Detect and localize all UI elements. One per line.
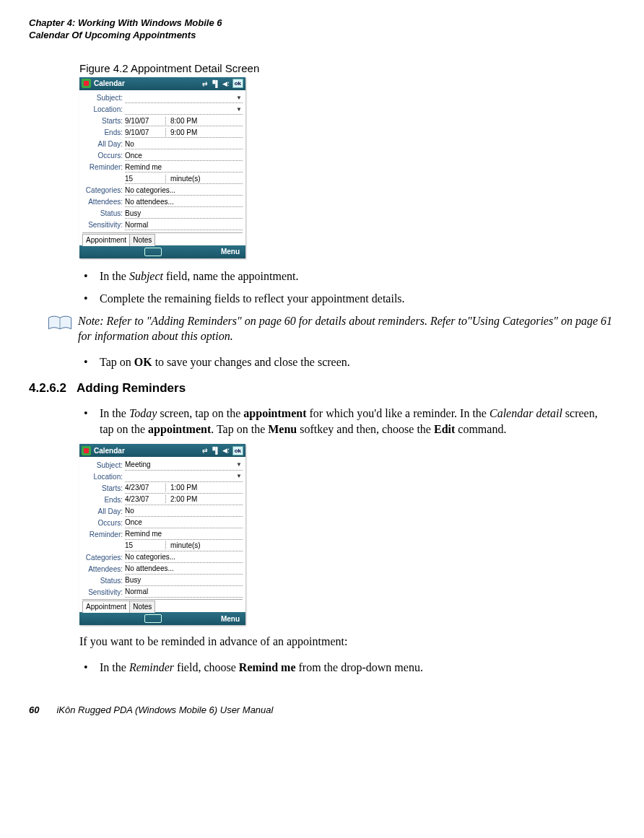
volume-icon[interactable]: ◀؛ bbox=[222, 80, 230, 87]
occurs-label: Occurs: bbox=[82, 152, 125, 160]
heading-adding-reminders: 4.2.6.2Adding Reminders bbox=[29, 381, 615, 396]
sensitivity-input[interactable]: Normal bbox=[125, 587, 243, 598]
bullet-open-appointment: In the Today screen, tap on the appointm… bbox=[79, 406, 608, 437]
tab-notes[interactable]: Notes bbox=[129, 601, 155, 613]
body-text-3: In the Today screen, tap on the appointm… bbox=[79, 406, 608, 437]
keyboard-icon[interactable] bbox=[144, 248, 162, 256]
status-icons: ⇄ ▝▌ ◀؛ bbox=[202, 80, 229, 87]
categories-row: Categories:No categories... bbox=[82, 185, 243, 196]
ok-button[interactable]: ok bbox=[232, 446, 243, 455]
softkey-right[interactable]: Menu bbox=[221, 248, 240, 256]
categories-input[interactable]: No categories... bbox=[125, 552, 243, 563]
softkey-right[interactable]: Menu bbox=[221, 615, 240, 623]
body-text-2: Tap on OK to save your changes and close… bbox=[79, 354, 608, 370]
location-input[interactable]: ▼ bbox=[125, 471, 243, 482]
occurs-row: Occurs:Once bbox=[82, 150, 243, 162]
figure-caption: Figure 4.2 Appointment Detail Screen bbox=[79, 62, 615, 74]
status-row: Status:Busy bbox=[82, 575, 243, 586]
allday-input[interactable]: No bbox=[125, 506, 243, 517]
signal-icon[interactable]: ▝▌ bbox=[210, 80, 219, 87]
categories-row: Categories:No categories... bbox=[82, 551, 243, 563]
device-screenshot-2: Calendar ⇄ ▝▌ ◀؛ ok Subject:Meeting▼ Loc… bbox=[79, 444, 245, 625]
sensitivity-row: Sensitivity:Normal bbox=[82, 219, 243, 231]
subject-input[interactable]: ▼ bbox=[125, 92, 243, 103]
running-header: Chapter 4: Working With Windows Mobile 6… bbox=[29, 17, 615, 42]
allday-input[interactable]: No bbox=[125, 139, 243, 149]
status-label: Status: bbox=[82, 209, 125, 217]
tab-notes[interactable]: Notes bbox=[129, 234, 155, 246]
tab-appointment[interactable]: Appointment bbox=[82, 234, 130, 246]
start-flag-icon[interactable] bbox=[82, 446, 91, 455]
starts-row: Starts:9/10/078:00 PM bbox=[82, 115, 243, 127]
starts-input[interactable]: 9/10/078:00 PM bbox=[125, 115, 243, 126]
dropdown-arrow-icon[interactable]: ▼ bbox=[236, 461, 243, 468]
sensitivity-label: Sensitivity: bbox=[82, 221, 125, 229]
chapter-title: Chapter 4: Working With Windows Mobile 6 bbox=[29, 17, 615, 30]
status-label: Status: bbox=[82, 577, 125, 585]
ends-input[interactable]: 4/23/072:00 PM bbox=[125, 494, 243, 505]
tab-appointment[interactable]: Appointment bbox=[82, 601, 130, 613]
categories-label: Categories: bbox=[82, 554, 125, 562]
ok-button[interactable]: ok bbox=[232, 79, 243, 88]
titlebar: Calendar ⇄ ▝▌ ◀؛ ok bbox=[79, 77, 245, 90]
ends-input[interactable]: 9/10/079:00 PM bbox=[125, 127, 243, 138]
start-flag-icon[interactable] bbox=[82, 79, 91, 88]
reminder-input[interactable]: Remind me bbox=[125, 529, 243, 540]
reminder-label: Reminder: bbox=[82, 531, 125, 538]
paragraph-advance-reminder: If you want to be reminded in advance of… bbox=[79, 634, 615, 650]
subject-input[interactable]: Meeting▼ bbox=[125, 460, 243, 471]
signal-icon[interactable]: ▝▌ bbox=[210, 447, 219, 454]
sensitivity-label: Sensitivity: bbox=[82, 588, 125, 596]
note-block: Note: Refer to "Adding Reminders" on pag… bbox=[48, 314, 615, 344]
occurs-input[interactable]: Once bbox=[125, 150, 243, 161]
allday-row: All Day:No bbox=[82, 505, 243, 517]
subject-row: Subject:Meeting▼ bbox=[82, 459, 243, 471]
titlebar: Calendar ⇄ ▝▌ ◀؛ ok bbox=[79, 444, 245, 457]
occurs-row: Occurs:Once bbox=[82, 517, 243, 528]
manual-title: iKôn Rugged PDA (Windows Mobile 6) User … bbox=[56, 704, 273, 715]
status-input[interactable]: Busy bbox=[125, 208, 243, 219]
ends-label: Ends: bbox=[82, 496, 125, 504]
titlebar-title: Calendar bbox=[94, 79, 199, 87]
connectivity-icon[interactable]: ⇄ bbox=[202, 80, 208, 87]
location-row: Location:▼ bbox=[82, 471, 243, 482]
reminder-row: Reminder:Remind me bbox=[82, 528, 243, 540]
dropdown-arrow-icon[interactable]: ▼ bbox=[236, 106, 243, 113]
reminder-input[interactable]: Remind me bbox=[125, 162, 243, 173]
attendees-input[interactable]: No attendees... bbox=[125, 564, 243, 575]
subject-row: Subject:▼ bbox=[82, 92, 243, 104]
location-input[interactable]: ▼ bbox=[125, 104, 243, 115]
categories-input[interactable]: No categories... bbox=[125, 185, 243, 196]
status-input[interactable]: Busy bbox=[125, 575, 243, 586]
dropdown-arrow-icon[interactable]: ▼ bbox=[236, 473, 243, 479]
titlebar-title: Calendar bbox=[94, 447, 199, 455]
status-icons: ⇄ ▝▌ ◀؛ bbox=[202, 447, 229, 454]
allday-label: All Day: bbox=[82, 507, 125, 515]
body-text-4: In the Reminder field, choose Remind me … bbox=[79, 660, 608, 676]
starts-label: Starts: bbox=[82, 484, 125, 492]
starts-label: Starts: bbox=[82, 117, 125, 125]
location-label: Location: bbox=[82, 105, 125, 113]
subject-label: Subject: bbox=[82, 94, 125, 102]
starts-input[interactable]: 4/23/071:00 PM bbox=[125, 483, 243, 494]
ends-label: Ends: bbox=[82, 128, 125, 136]
reminder-qty-input[interactable]: 15minute(s) bbox=[125, 173, 243, 184]
connectivity-icon[interactable]: ⇄ bbox=[202, 447, 208, 454]
ends-row: Ends:9/10/079:00 PM bbox=[82, 127, 243, 139]
categories-label: Categories: bbox=[82, 186, 125, 194]
reminder-qty-input[interactable]: 15minute(s) bbox=[125, 541, 243, 551]
reminder-qty-row: 15minute(s) bbox=[82, 173, 243, 185]
sensitivity-input[interactable]: Normal bbox=[125, 219, 243, 230]
occurs-label: Occurs: bbox=[82, 519, 125, 527]
dropdown-arrow-icon[interactable]: ▼ bbox=[236, 95, 243, 101]
allday-label: All Day: bbox=[82, 140, 125, 148]
section-title: Calendar Of Upcoming Appointments bbox=[29, 30, 615, 42]
form-area: Subject:▼ Location:▼ Starts:9/10/078:00 … bbox=[79, 90, 245, 245]
attendees-label: Attendees: bbox=[82, 198, 125, 206]
keyboard-icon[interactable] bbox=[144, 614, 162, 623]
occurs-input[interactable]: Once bbox=[125, 518, 243, 528]
reminder-row: Reminder:Remind me bbox=[82, 162, 243, 173]
attendees-input[interactable]: No attendees... bbox=[125, 196, 243, 207]
volume-icon[interactable]: ◀؛ bbox=[222, 447, 230, 454]
bullet-tap-ok: Tap on OK to save your changes and close… bbox=[79, 354, 608, 370]
